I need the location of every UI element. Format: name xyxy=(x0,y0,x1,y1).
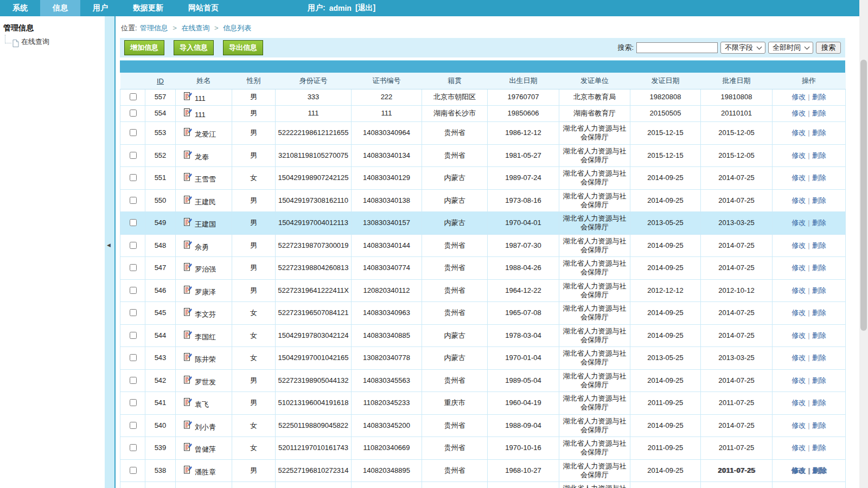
row-checkbox[interactable] xyxy=(130,174,137,181)
row-checkbox[interactable] xyxy=(130,467,137,474)
row-checkbox[interactable] xyxy=(130,242,137,249)
edit-doc-icon[interactable] xyxy=(184,307,192,318)
edit-doc-icon[interactable] xyxy=(184,92,192,102)
delete-link[interactable]: 删除 xyxy=(812,399,826,407)
edit-doc-icon[interactable] xyxy=(184,375,192,386)
edit-link[interactable]: 修改 xyxy=(792,264,806,272)
delete-link[interactable]: 删除 xyxy=(812,331,826,339)
sort-by-id[interactable]: ID xyxy=(157,77,164,85)
search-input[interactable] xyxy=(636,42,718,53)
edit-doc-icon[interactable] xyxy=(184,330,192,341)
row-checkbox[interactable] xyxy=(130,399,137,406)
breadcrumb-link-0[interactable]: 管理信息 xyxy=(140,24,168,32)
delete-link[interactable]: 删除 xyxy=(812,444,826,452)
import-info-button[interactable]: 导入信息 xyxy=(174,40,214,55)
edit-link[interactable]: 修改 xyxy=(792,444,806,452)
search-button[interactable]: 搜索 xyxy=(816,42,841,54)
delete-link[interactable]: 删除 xyxy=(812,421,826,429)
edit-doc-icon[interactable] xyxy=(184,108,192,119)
edit-link[interactable]: 修改 xyxy=(792,151,806,159)
sidebar-splitter[interactable]: ◀ xyxy=(105,16,116,488)
edit-link[interactable]: 修改 xyxy=(792,129,806,137)
row-checkbox[interactable] xyxy=(130,332,137,339)
name-link[interactable]: 陈井荣 xyxy=(195,355,216,364)
row-checkbox[interactable] xyxy=(130,287,137,294)
delete-link[interactable]: 删除 xyxy=(812,376,826,384)
edit-link[interactable]: 修改 xyxy=(792,174,806,182)
edit-link[interactable]: 修改 xyxy=(792,93,806,101)
edit-doc-icon[interactable] xyxy=(184,217,192,228)
name-link[interactable]: 龙爱江 xyxy=(195,130,216,139)
edit-link[interactable]: 修改 xyxy=(791,466,806,474)
vertical-scrollbar[interactable] xyxy=(859,0,868,488)
row-checkbox[interactable] xyxy=(130,422,137,429)
row-checkbox[interactable] xyxy=(130,377,137,384)
export-info-button[interactable]: 导出信息 xyxy=(223,40,263,55)
edit-link[interactable]: 修改 xyxy=(792,331,806,339)
edit-doc-icon[interactable] xyxy=(184,352,192,363)
breadcrumb-link-2[interactable]: 信息列表 xyxy=(223,24,251,32)
name-link[interactable]: 王建国 xyxy=(195,220,216,229)
row-checkbox[interactable] xyxy=(130,444,137,451)
edit-doc-icon[interactable] xyxy=(184,442,192,453)
delete-link[interactable]: 删除 xyxy=(812,219,826,227)
name-link[interactable]: 罗治强 xyxy=(195,265,216,274)
breadcrumb-link-1[interactable]: 在线查询 xyxy=(181,24,209,32)
time-select[interactable]: 全部时间 xyxy=(768,42,813,54)
name-link[interactable]: 111 xyxy=(195,94,206,103)
delete-link[interactable]: 删除 xyxy=(812,174,826,182)
edit-doc-icon[interactable] xyxy=(184,465,192,476)
delete-link[interactable]: 删除 xyxy=(812,129,826,137)
row-checkbox[interactable] xyxy=(130,309,137,316)
edit-doc-icon[interactable] xyxy=(184,420,192,431)
name-link[interactable]: 111 xyxy=(195,111,206,119)
delete-link[interactable]: 删除 xyxy=(812,109,826,117)
name-link[interactable]: 王建民 xyxy=(195,198,216,207)
delete-link[interactable]: 删除 xyxy=(812,309,826,317)
name-link[interactable]: 曾健萍 xyxy=(195,445,216,454)
nav-tab-system[interactable]: 系统 xyxy=(0,0,40,16)
delete-link[interactable]: 删除 xyxy=(812,466,827,474)
edit-link[interactable]: 修改 xyxy=(792,286,806,294)
row-checkbox[interactable] xyxy=(130,152,137,159)
nav-tab-data-update[interactable]: 数据更新 xyxy=(120,0,176,16)
nav-tab-users[interactable]: 用户 xyxy=(80,0,120,16)
edit-doc-icon[interactable] xyxy=(184,172,192,183)
scrollbar-thumb[interactable] xyxy=(860,60,867,331)
edit-link[interactable]: 修改 xyxy=(792,399,806,407)
row-checkbox[interactable] xyxy=(130,93,137,100)
edit-doc-icon[interactable] xyxy=(184,397,192,408)
nav-tab-info[interactable]: 信息 xyxy=(40,0,80,16)
name-link[interactable]: 李国红 xyxy=(195,333,216,342)
edit-link[interactable]: 修改 xyxy=(792,219,806,227)
sidebar-item-online-query[interactable]: 在线查询 xyxy=(5,35,105,47)
delete-link[interactable]: 删除 xyxy=(812,264,826,272)
edit-link[interactable]: 修改 xyxy=(792,196,806,204)
delete-link[interactable]: 删除 xyxy=(812,286,826,294)
edit-link[interactable]: 修改 xyxy=(792,241,806,249)
delete-link[interactable]: 删除 xyxy=(812,151,826,159)
name-link[interactable]: 龙奉 xyxy=(195,153,209,162)
delete-link[interactable]: 删除 xyxy=(812,354,826,362)
delete-link[interactable]: 删除 xyxy=(812,241,826,249)
nav-tab-site-home[interactable]: 网站首页 xyxy=(176,0,231,16)
name-link[interactable]: 佘勇 xyxy=(195,243,209,252)
name-link[interactable]: 潘胜章 xyxy=(195,468,216,477)
edit-link[interactable]: 修改 xyxy=(792,376,806,384)
delete-link[interactable]: 删除 xyxy=(812,93,826,101)
name-link[interactable]: 罗康泽 xyxy=(195,288,216,297)
edit-doc-icon[interactable] xyxy=(184,285,192,296)
row-checkbox[interactable] xyxy=(130,197,137,204)
name-link[interactable]: 李文芬 xyxy=(195,310,216,319)
edit-link[interactable]: 修改 xyxy=(792,309,806,317)
edit-doc-icon[interactable] xyxy=(184,150,192,161)
row-checkbox[interactable] xyxy=(130,354,137,361)
add-info-button[interactable]: 增加信息 xyxy=(124,40,164,55)
name-link[interactable]: 王雪雪 xyxy=(195,175,216,184)
logout-link[interactable]: [退出] xyxy=(355,3,375,13)
edit-link[interactable]: 修改 xyxy=(792,421,806,429)
delete-link[interactable]: 删除 xyxy=(812,196,826,204)
collapse-sidebar-icon[interactable]: ◀ xyxy=(107,243,111,248)
edit-link[interactable]: 修改 xyxy=(792,354,806,362)
name-link[interactable]: 袁飞 xyxy=(195,400,209,409)
